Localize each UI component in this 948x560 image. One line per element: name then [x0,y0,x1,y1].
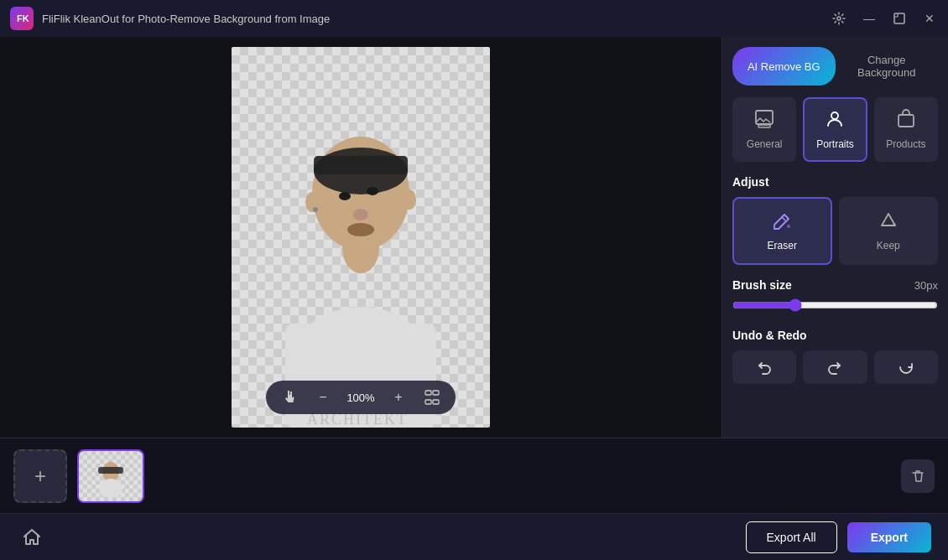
tab-ai-remove-bg[interactable]: AI Remove BG [732,47,836,86]
general-label: General [747,138,783,150]
svg-rect-19 [433,391,439,395]
products-icon [896,109,916,133]
adjust-tools-row: Eraser Keep [732,197,938,265]
canvas-container: ARCHITEKТ − 100% + [232,47,490,428]
fit-screen-button[interactable] [420,386,444,409]
category-portraits[interactable]: Portraits [803,97,867,162]
zoom-level: 100% [345,391,377,404]
filmstrip: + [0,438,948,513]
zoom-in-button[interactable]: + [387,386,410,409]
redo-button[interactable] [803,350,867,384]
portraits-label: Portraits [816,138,854,150]
refresh-button[interactable] [874,350,938,384]
keep-label: Keep [877,240,900,251]
svg-point-26 [787,225,790,228]
svg-point-30 [99,479,122,497]
brush-row: Brush size 30px [732,278,938,292]
svg-point-14 [313,207,318,212]
titlebar: FK FliFlik KleanOut for Photo-Remove Bac… [0,0,948,37]
undo-redo-section: Undo & Redo [722,315,948,384]
main-content: ARCHITEKТ − 100% + [0,37,948,438]
svg-rect-23 [758,125,770,127]
category-general[interactable]: General [732,97,796,162]
brush-size-value: 30px [914,279,938,292]
export-button[interactable]: Export [847,522,931,552]
right-panel: AI Remove BG Change Background General [721,37,948,438]
eraser-icon [772,210,792,235]
svg-rect-21 [433,400,439,404]
undo-redo-row [732,350,938,384]
products-label: Products [886,138,925,150]
tab-row: AI Remove BG Change Background [722,37,948,86]
svg-point-9 [367,187,378,195]
svg-rect-29 [98,467,123,474]
brush-size-label: Brush size [732,278,792,292]
svg-point-2 [837,17,841,20]
portraits-icon [825,109,845,133]
app-logo: FK [10,7,34,30]
eraser-label: Eraser [768,240,797,251]
adjust-title: Adjust [732,175,938,189]
canvas-area: ARCHITEKТ − 100% + [0,37,721,438]
minimize-button[interactable]: — [861,10,878,27]
zoom-out-button[interactable]: − [311,386,335,409]
svg-rect-7 [314,156,408,174]
svg-point-13 [403,189,416,210]
brush-size-slider[interactable] [732,298,938,312]
close-button[interactable]: ✕ [921,10,938,27]
brush-size-section: Brush size 30px [722,265,948,315]
window-controls: — ✕ [831,10,938,27]
tab-change-background[interactable]: Change Background [836,47,939,86]
thumb-preview [79,451,143,501]
export-all-button[interactable]: Export All [746,521,837,553]
svg-text:FK: FK [17,13,29,23]
eraser-tool[interactable]: Eraser [732,197,832,265]
general-icon [754,109,774,133]
delete-button[interactable] [901,459,935,493]
svg-rect-20 [425,400,431,404]
keep-icon [878,210,899,235]
svg-point-8 [339,192,351,200]
keep-tool[interactable]: Keep [839,197,939,265]
svg-rect-18 [425,391,431,395]
svg-point-11 [347,223,374,236]
pan-tool-button[interactable] [278,386,301,409]
svg-point-24 [831,112,838,119]
undo-redo-title: Undo & Redo [732,329,938,342]
settings-button[interactable] [831,10,847,27]
svg-rect-3 [894,13,904,23]
bottom-bar: Export All Export [0,513,948,560]
filmstrip-thumbnail[interactable] [77,449,144,503]
home-button[interactable] [17,522,47,552]
svg-rect-25 [899,115,914,127]
app-title: FliFlik KleanOut for Photo-Remove Backgr… [42,13,831,25]
svg-point-27 [893,223,896,226]
svg-point-10 [353,209,368,220]
person-svg: ARCHITEKТ [232,47,490,428]
category-row: General Portraits Produc [722,86,948,162]
canvas-toolbar: − 100% + [266,381,456,414]
add-image-button[interactable]: + [13,449,67,503]
category-products[interactable]: Products [874,97,938,162]
adjust-section: Adjust Eraser [722,162,948,265]
maximize-button[interactable] [891,10,908,27]
undo-button[interactable] [732,350,796,384]
canvas-image[interactable]: ARCHITEKТ [232,47,490,428]
